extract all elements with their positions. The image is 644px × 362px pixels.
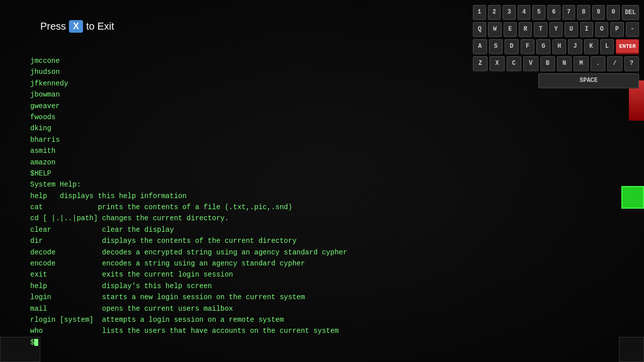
terminal-command-line: exit exits the current login session: [30, 269, 473, 280]
terminal-command-line: help display's this help screen: [30, 281, 473, 292]
key-k[interactable]: K: [584, 39, 598, 54]
key-d[interactable]: D: [505, 39, 519, 54]
terminal-prompt: $: [30, 337, 473, 348]
exit-hint: Press X to Exit: [40, 20, 114, 33]
key-5[interactable]: 5: [532, 5, 545, 20]
cursor-blink: [34, 339, 38, 346]
key-row-0: 1234567890DEL: [473, 5, 639, 20]
key-6[interactable]: 6: [547, 5, 560, 20]
key-c[interactable]: C: [507, 56, 521, 71]
terminal-command-line: encode encodes a string using an agency …: [30, 258, 473, 269]
exit-text: to Exit: [86, 21, 114, 32]
terminal-command-line: dir displays the contents of the current…: [30, 235, 473, 246]
key-q[interactable]: Q: [473, 22, 486, 37]
key-row-3: ZXCVBNM./?: [473, 56, 639, 71]
terminal-command-line: mail opens the current users mailbox: [30, 303, 473, 314]
key-y[interactable]: Y: [549, 22, 562, 37]
terminal-user-line: asmith: [30, 145, 473, 156]
key-o[interactable]: O: [595, 22, 608, 37]
key-w[interactable]: W: [488, 22, 501, 37]
key-h[interactable]: H: [552, 39, 567, 54]
terminal-user-line: jmccone: [30, 55, 473, 66]
terminal-command-line: who lists the users that have accounts o…: [30, 325, 473, 336]
key-t[interactable]: T: [534, 22, 547, 37]
keyboard-panel[interactable]: 1234567890DELQWERTYUIOP-ASDFGHJKLENTERZX…: [473, 5, 639, 90]
key--[interactable]: ?: [624, 56, 639, 71]
press-text: Press: [40, 21, 66, 32]
right-decoration-green: [621, 186, 644, 209]
key--[interactable]: -: [626, 22, 639, 37]
terminal-output: jmcconejhudsonjfkennedyjbowmangweaverfwo…: [30, 55, 473, 352]
key--[interactable]: .: [591, 56, 605, 71]
key-r[interactable]: R: [519, 22, 532, 37]
key-x[interactable]: X: [490, 56, 504, 71]
terminal-user-line: bharris: [30, 134, 473, 145]
terminal-system-help-label: System Help:: [30, 179, 473, 190]
key-3[interactable]: 3: [503, 5, 516, 20]
key-g[interactable]: G: [536, 39, 550, 54]
key-u[interactable]: U: [565, 22, 578, 37]
terminal-user-line: fwoods: [30, 112, 473, 123]
key-z[interactable]: Z: [473, 56, 488, 71]
key-b[interactable]: B: [540, 56, 555, 71]
key-row-1: QWERTYUIOP-: [473, 22, 639, 37]
key-8[interactable]: 8: [577, 5, 590, 20]
key-del[interactable]: DEL: [622, 5, 639, 20]
terminal-command-line: rlogin [system] attempts a login session…: [30, 314, 473, 325]
key-a[interactable]: A: [473, 39, 487, 54]
key-row-2: ASDFGHJKLENTER: [473, 39, 639, 54]
terminal-command-line: cat prints the contents of a file (.txt,…: [30, 202, 473, 213]
terminal-command-line: decode decodes a encrypted string using …: [30, 247, 473, 258]
key-4[interactable]: 4: [518, 5, 531, 20]
key-m[interactable]: M: [574, 56, 588, 71]
terminal-user-line: gweaver: [30, 101, 473, 112]
key-i[interactable]: I: [580, 22, 593, 37]
key-l[interactable]: L: [600, 39, 614, 54]
terminal-command-line: help displays this help information: [30, 191, 473, 202]
key-e[interactable]: E: [504, 22, 517, 37]
key-2[interactable]: 2: [488, 5, 501, 20]
key-j[interactable]: J: [568, 39, 582, 54]
space-key[interactable]: SPACE: [538, 73, 639, 88]
key-f[interactable]: F: [521, 39, 535, 54]
terminal-help-command: $HELP: [30, 168, 473, 179]
key-v[interactable]: V: [523, 56, 538, 71]
terminal-command-line: cd [ |.|..|path] changes the current dir…: [30, 213, 473, 224]
key-n[interactable]: N: [557, 56, 572, 71]
key-p[interactable]: P: [610, 22, 623, 37]
key--[interactable]: /: [607, 56, 622, 71]
terminal-user-line: jfkennedy: [30, 78, 473, 89]
key-7[interactable]: 7: [562, 5, 576, 20]
key-1[interactable]: 1: [473, 5, 486, 20]
key-0[interactable]: 0: [607, 5, 620, 20]
bottom-right-decoration: [619, 337, 644, 362]
key-9[interactable]: 9: [592, 5, 605, 20]
key-s[interactable]: S: [489, 39, 503, 54]
x-key-badge: X: [69, 20, 83, 33]
terminal-user-line: amazon: [30, 157, 473, 168]
terminal-user-line: jbowman: [30, 89, 473, 100]
terminal-user-line: dking: [30, 123, 473, 134]
key-enter[interactable]: ENTER: [616, 39, 639, 54]
terminal-command-line: login starts a new login session on the …: [30, 292, 473, 303]
terminal-user-line: jhudson: [30, 66, 473, 77]
terminal-command-line: clear clear the display: [30, 224, 473, 235]
space-row: SPACE: [473, 73, 639, 88]
